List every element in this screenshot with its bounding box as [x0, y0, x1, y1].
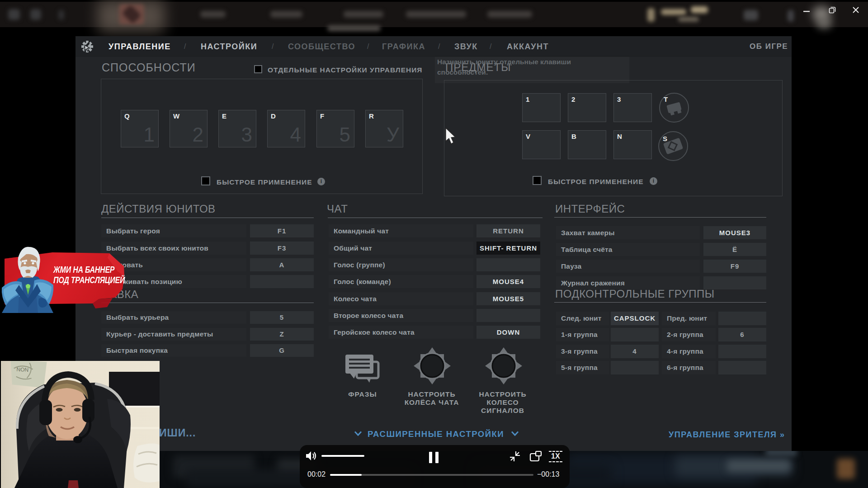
- svg-text:NON: NON: [16, 366, 28, 373]
- svg-text:S: S: [663, 135, 667, 142]
- svg-text:T: T: [664, 95, 668, 103]
